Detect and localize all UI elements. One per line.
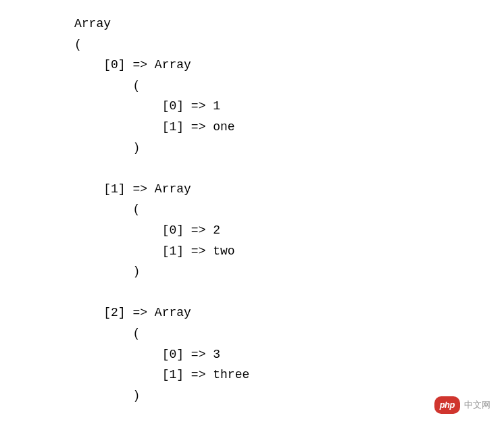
- paren-open: (: [132, 327, 140, 340]
- arrow: =>: [191, 99, 206, 113]
- child-value: 3: [213, 348, 220, 361]
- arrow: =>: [191, 244, 206, 258]
- child-value: one: [213, 120, 234, 134]
- child-value: 2: [213, 223, 220, 237]
- watermark: php 中文网: [434, 396, 490, 414]
- item-key: [2]: [103, 306, 125, 319]
- item-type: Array: [155, 58, 191, 72]
- paren-close: ): [132, 265, 140, 278]
- item-key: [0]: [103, 58, 125, 72]
- child-key: [0]: [162, 223, 184, 237]
- root-type: Array: [74, 17, 111, 30]
- arrow: =>: [191, 368, 206, 381]
- paren-open: (: [132, 79, 140, 92]
- arrow: =>: [191, 223, 206, 237]
- watermark-badge: php: [434, 396, 460, 414]
- item-key: [1]: [103, 182, 125, 196]
- item-type: Array: [155, 182, 191, 196]
- paren-open: (: [74, 38, 82, 51]
- watermark-text: 中文网: [464, 398, 490, 412]
- child-key: [1]: [162, 120, 184, 134]
- arrow: =>: [191, 348, 206, 361]
- arrow: =>: [191, 120, 206, 134]
- arrow: =>: [132, 306, 147, 319]
- paren-close: ): [132, 389, 140, 402]
- paren-open: (: [132, 203, 140, 216]
- child-value: 1: [213, 99, 220, 113]
- child-key: [0]: [162, 99, 184, 113]
- arrow: =>: [132, 182, 147, 196]
- child-key: [1]: [162, 368, 184, 381]
- child-key: [1]: [162, 244, 184, 258]
- paren-close: ): [132, 141, 140, 155]
- child-value: three: [213, 368, 249, 381]
- code-output: Array ( [0] => Array ( [0] => 1 [1] => o…: [74, 14, 504, 426]
- item-type: Array: [155, 306, 191, 319]
- child-value: two: [213, 244, 234, 258]
- arrow: =>: [132, 58, 147, 72]
- child-key: [0]: [162, 348, 184, 361]
